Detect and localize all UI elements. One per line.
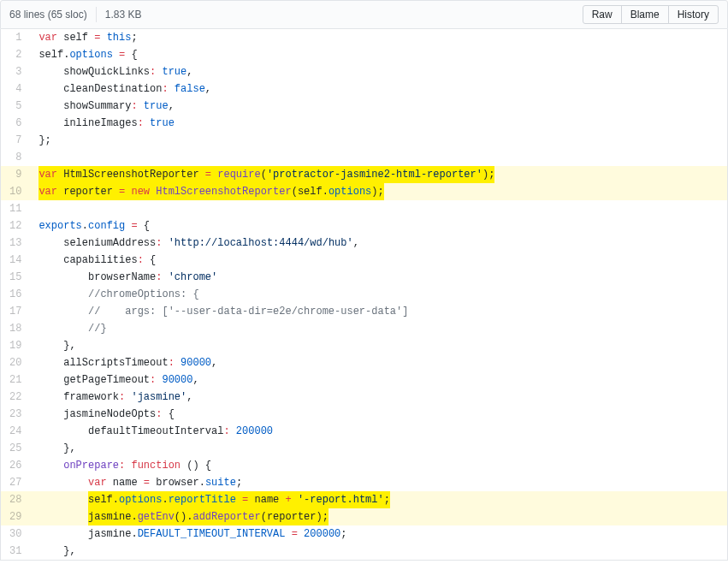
line-number[interactable]: 5 — [1, 98, 30, 115]
line-number[interactable]: 24 — [1, 423, 30, 440]
code-line: 27 var name = browser.suite; — [1, 474, 727, 491]
file-actions: Raw Blame History — [583, 5, 719, 24]
line-content: capabilities: { — [30, 252, 727, 269]
line-content: self.options = { — [30, 46, 727, 63]
line-number[interactable]: 7 — [1, 132, 30, 149]
line-number[interactable]: 15 — [1, 269, 30, 286]
line-content: onPrepare: function () { — [30, 457, 727, 474]
code-line: 22 framework: 'jasmine', — [1, 389, 727, 406]
line-number[interactable]: 12 — [1, 217, 30, 235]
code-line: 16 //chromeOptions: { — [1, 286, 727, 303]
code-line: 13 seleniumAddress: 'http://localhost:44… — [1, 235, 727, 252]
line-number[interactable]: 31 — [1, 543, 30, 560]
code-line: 18 //} — [1, 320, 727, 337]
code-line: 12exports.config = { — [1, 217, 727, 235]
line-number[interactable]: 2 — [1, 46, 30, 63]
code-line: 21 getPageTimeout: 90000, — [1, 371, 727, 389]
code-line: 29 jasmine.getEnv().addReporter(reporter… — [1, 508, 727, 525]
line-number[interactable]: 17 — [1, 303, 30, 320]
code-viewer: 1var self = this;2self.options = {3 show… — [0, 29, 728, 561]
line-content — [30, 149, 727, 166]
code-line: 10var reporter = new HtmlScreenshotRepor… — [1, 183, 727, 200]
line-content: self.options.reportTitle = name + '-repo… — [30, 491, 727, 508]
line-number[interactable]: 30 — [1, 525, 30, 543]
file-size: 1.83 KB — [105, 9, 142, 21]
line-number[interactable]: 16 — [1, 286, 30, 303]
divider — [96, 7, 97, 22]
line-number[interactable]: 23 — [1, 406, 30, 423]
line-number[interactable]: 9 — [1, 166, 30, 183]
code-line: 14 capabilities: { — [1, 252, 727, 269]
line-content: jasmineNodeOpts: { — [30, 406, 727, 423]
line-number[interactable]: 18 — [1, 320, 30, 337]
blame-button[interactable]: Blame — [621, 5, 669, 24]
code-line: 24 defaultTimeoutInterval: 200000 — [1, 423, 727, 440]
line-content — [30, 200, 727, 217]
line-number[interactable]: 19 — [1, 337, 30, 354]
line-content: showSummary: true, — [30, 98, 727, 115]
line-number[interactable]: 26 — [1, 457, 30, 474]
line-content: }, — [30, 440, 727, 457]
raw-button[interactable]: Raw — [583, 5, 622, 24]
highlight-mark: self.options.reportTitle = name + '-repo… — [88, 491, 390, 508]
code-line: 9var HtmlScreenshotReporter = require('p… — [1, 166, 727, 183]
line-content: seleniumAddress: 'http://localhost:4444/… — [30, 235, 727, 252]
line-number[interactable]: 29 — [1, 508, 30, 525]
line-content: framework: 'jasmine', — [30, 389, 727, 406]
line-content: defaultTimeoutInterval: 200000 — [30, 423, 727, 440]
line-content: }; — [30, 132, 727, 149]
highlight-mark: jasmine.getEnv().addReporter(reporter); — [88, 508, 328, 525]
code-line: 8 — [1, 149, 727, 166]
line-content: }, — [30, 337, 727, 354]
history-button[interactable]: History — [668, 5, 719, 24]
code-line: 28 self.options.reportTitle = name + '-r… — [1, 491, 727, 508]
line-number[interactable]: 1 — [1, 29, 30, 46]
code-line: 17 // args: ['--user-data-dir=e2e/chrome… — [1, 303, 727, 320]
file-info: 68 lines (65 sloc) 1.83 KB — [9, 7, 141, 22]
line-content: //chromeOptions: { — [30, 286, 727, 303]
line-number[interactable]: 3 — [1, 63, 30, 80]
code-line: 20 allScriptsTimeout: 90000, — [1, 354, 727, 371]
line-content: var self = this; — [30, 29, 727, 46]
line-content: browserName: 'chrome' — [30, 269, 727, 286]
code-line: 23 jasmineNodeOpts: { — [1, 406, 727, 423]
line-number[interactable]: 14 — [1, 252, 30, 269]
file-header: 68 lines (65 sloc) 1.83 KB Raw Blame His… — [0, 0, 728, 29]
line-content: inlineImages: true — [30, 115, 727, 132]
code-line: 7}; — [1, 132, 727, 149]
line-content: var reporter = new HtmlScreenshotReporte… — [30, 183, 727, 200]
code-line: 31 }, — [1, 543, 727, 560]
line-number[interactable]: 22 — [1, 389, 30, 406]
line-content: jasmine.getEnv().addReporter(reporter); — [30, 508, 727, 525]
line-content: var name = browser.suite; — [30, 474, 727, 491]
code-line: 1var self = this; — [1, 29, 727, 46]
highlight-mark: var HtmlScreenshotReporter = require('pr… — [38, 166, 494, 183]
file-lines: 68 lines (65 sloc) — [9, 9, 87, 21]
code-table: 1var self = this;2self.options = {3 show… — [1, 29, 727, 560]
line-content: var HtmlScreenshotReporter = require('pr… — [30, 166, 727, 183]
line-number[interactable]: 27 — [1, 474, 30, 491]
line-content: exports.config = { — [30, 217, 727, 235]
line-number[interactable]: 11 — [1, 200, 30, 217]
line-number[interactable]: 20 — [1, 354, 30, 371]
code-line: 25 }, — [1, 440, 727, 457]
code-line: 15 browserName: 'chrome' — [1, 269, 727, 286]
code-line: 5 showSummary: true, — [1, 98, 727, 115]
line-number[interactable]: 4 — [1, 80, 30, 98]
line-content: allScriptsTimeout: 90000, — [30, 354, 727, 371]
line-number[interactable]: 8 — [1, 149, 30, 166]
line-number[interactable]: 13 — [1, 235, 30, 252]
code-line: 26 onPrepare: function () { — [1, 457, 727, 474]
line-content: }, — [30, 543, 727, 560]
line-number[interactable]: 28 — [1, 491, 30, 508]
line-content: cleanDestination: false, — [30, 80, 727, 98]
code-line: 2self.options = { — [1, 46, 727, 63]
line-number[interactable]: 25 — [1, 440, 30, 457]
line-content: jasmine.DEFAULT_TIMEOUT_INTERVAL = 20000… — [30, 525, 727, 543]
line-number[interactable]: 10 — [1, 183, 30, 200]
line-content: showQuickLinks: true, — [30, 63, 727, 80]
line-number[interactable]: 21 — [1, 371, 30, 389]
code-line: 6 inlineImages: true — [1, 115, 727, 132]
code-line: 11 — [1, 200, 727, 217]
line-number[interactable]: 6 — [1, 115, 30, 132]
